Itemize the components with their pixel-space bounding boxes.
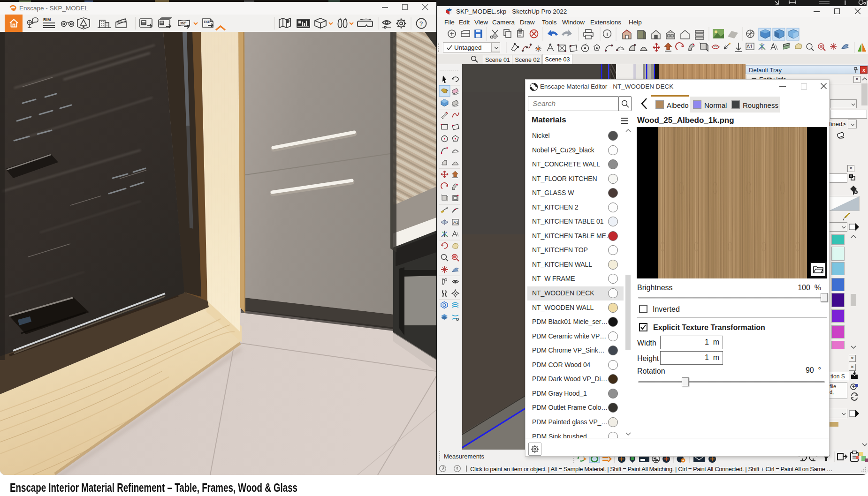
svg-text:EXE: EXE: [204, 20, 211, 23]
svg-text:?: ?: [419, 20, 423, 27]
svg-text:BIM: BIM: [43, 17, 51, 22]
svg-text:A1: A1: [453, 220, 458, 225]
svg-text:360°: 360°: [180, 22, 187, 25]
svg-text:A1: A1: [746, 44, 753, 49]
